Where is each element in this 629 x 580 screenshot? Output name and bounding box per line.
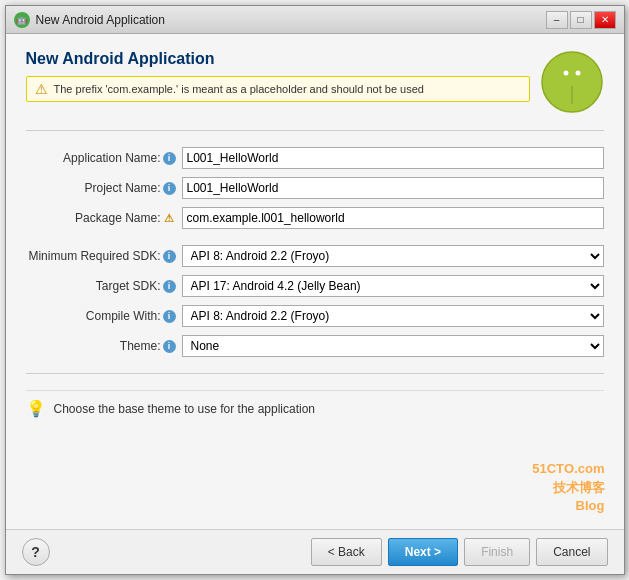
hint-row: 💡 Choose the base theme to use for the a… [26,390,604,426]
finish-button[interactable]: Finish [464,538,530,566]
theme-row: Theme: i None [26,335,604,357]
maximize-button[interactable]: □ [570,11,592,29]
target-sdk-label: Target SDK: i [26,279,176,293]
hint-text: Choose the base theme to use for the app… [54,402,316,416]
app-name-label: Application Name: i [26,151,176,165]
app-name-input[interactable] [182,147,604,169]
titlebar-left: 🤖 New Android Application [14,12,165,28]
bottom-bar: ? < Back Next > Finish Cancel [6,529,624,574]
svg-point-1 [556,62,588,90]
min-sdk-select[interactable]: API 8: Android 2.2 (Froyo) [182,245,604,267]
next-button[interactable]: Next > [388,538,458,566]
compile-with-select[interactable]: API 8: Android 2.2 (Froyo) [182,305,604,327]
warning-banner: ⚠ The prefix 'com.example.' is meant as … [26,76,530,102]
back-button[interactable]: < Back [311,538,382,566]
header-section: New Android Application ⚠ The prefix 'co… [26,50,604,114]
svg-rect-10 [575,102,582,110]
target-sdk-info-icon[interactable]: i [163,280,176,293]
theme-select[interactable]: None [182,335,604,357]
window-controls: – □ ✕ [546,11,616,29]
compile-with-label: Compile With: i [26,309,176,323]
sdk-section: Minimum Required SDK: i API 8: Android 2… [26,245,604,357]
svg-rect-9 [562,102,569,110]
separator-2 [26,373,604,374]
compile-with-info-icon[interactable]: i [163,310,176,323]
header-left: New Android Application ⚠ The prefix 'co… [26,50,530,102]
project-name-row: Project Name: i [26,177,604,199]
svg-point-2 [563,71,568,76]
separator-1 [26,130,604,131]
cancel-button[interactable]: Cancel [536,538,607,566]
help-button[interactable]: ? [22,538,50,566]
package-name-input[interactable] [182,207,604,229]
project-name-info-icon[interactable]: i [163,182,176,195]
min-sdk-label: Minimum Required SDK: i [26,249,176,263]
spacer [26,438,604,513]
app-icon: 🤖 [14,12,30,28]
compile-with-row: Compile With: i API 8: Android 2.2 (Froy… [26,305,604,327]
close-button[interactable]: ✕ [594,11,616,29]
titlebar-title: New Android Application [36,13,165,27]
warning-text: The prefix 'com.example.' is meant as a … [54,83,424,95]
target-sdk-select[interactable]: API 17: Android 4.2 (Jelly Bean) [182,275,604,297]
theme-info-icon[interactable]: i [163,340,176,353]
project-name-label: Project Name: i [26,181,176,195]
bulb-icon: 💡 [26,399,46,418]
min-sdk-row: Minimum Required SDK: i API 8: Android 2… [26,245,604,267]
svg-rect-8 [589,86,596,100]
project-name-input[interactable] [182,177,604,199]
package-name-warn-icon[interactable]: ⚠ [163,212,176,225]
target-sdk-row: Target SDK: i API 17: Android 4.2 (Jelly… [26,275,604,297]
theme-label: Theme: i [26,339,176,353]
svg-point-3 [575,71,580,76]
android-logo [540,50,604,114]
package-name-row: Package Name: ⚠ [26,207,604,229]
package-name-label: Package Name: ⚠ [26,211,176,225]
main-window: 🤖 New Android Application – □ ✕ New Andr… [5,5,625,575]
titlebar: 🤖 New Android Application – □ ✕ [6,6,624,34]
min-sdk-info-icon[interactable]: i [163,250,176,263]
app-name-row: Application Name: i [26,147,604,169]
navigation-buttons: < Back Next > Finish Cancel [311,538,608,566]
app-name-info-icon[interactable]: i [163,152,176,165]
minimize-button[interactable]: – [546,11,568,29]
form-section: Application Name: i Project Name: i Pack… [26,147,604,229]
content-area: New Android Application ⚠ The prefix 'co… [6,34,624,529]
svg-rect-7 [548,86,555,100]
warning-icon: ⚠ [35,81,48,97]
page-title: New Android Application [26,50,530,68]
